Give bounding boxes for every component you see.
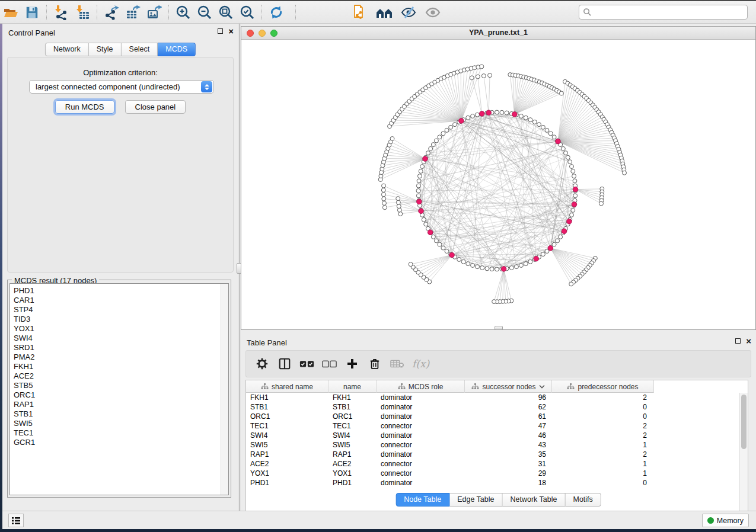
column-header-successor-nodes[interactable]: successor nodes — [465, 380, 552, 393]
network-node[interactable] — [570, 165, 574, 169]
save-session-button[interactable] — [23, 4, 41, 21]
network-leaf-node[interactable] — [488, 73, 492, 78]
network-leaf-node[interactable] — [397, 208, 401, 212]
mcds-dominator-node[interactable] — [512, 112, 518, 117]
network-node[interactable] — [422, 217, 426, 222]
network-node[interactable] — [537, 123, 541, 127]
show-columns-button[interactable] — [277, 356, 292, 371]
float-panel-icon[interactable] — [735, 338, 741, 344]
export-image-button[interactable] — [145, 4, 163, 21]
network-node[interactable] — [570, 213, 574, 217]
mcds-dominator-node[interactable] — [419, 209, 424, 214]
mcds-result-item[interactable]: RAP1 — [14, 400, 35, 409]
network-node[interactable] — [490, 267, 494, 271]
network-leaf-node[interactable] — [396, 200, 400, 204]
network-node[interactable] — [476, 113, 480, 117]
network-node[interactable] — [453, 123, 457, 127]
network-leaf-node[interactable] — [382, 197, 386, 201]
optimization-criterion-select[interactable]: largest connected component (undirected) — [29, 80, 214, 94]
network-leaf-node[interactable] — [623, 171, 627, 175]
network-leaf-node[interactable] — [396, 197, 400, 201]
network-node[interactable] — [476, 265, 480, 269]
mcds-result-item[interactable]: GCR1 — [14, 438, 35, 447]
tab-edge-table[interactable]: Edge Table — [449, 493, 502, 507]
mcds-dominator-node[interactable] — [479, 111, 484, 117]
mcds-dominator-node[interactable] — [534, 256, 539, 261]
network-node[interactable] — [431, 143, 435, 147]
table-row[interactable]: TEC1TEC1connector472 — [246, 421, 739, 431]
table-options-button[interactable] — [254, 356, 270, 371]
select-all-rows-button[interactable] — [299, 356, 315, 371]
network-node[interactable] — [461, 259, 465, 264]
mcds-result-item[interactable]: CAR1 — [14, 296, 35, 305]
memory-button[interactable]: Memory — [702, 514, 749, 527]
table-row[interactable]: SWI5SWI5connector431 — [246, 440, 739, 450]
network-node[interactable] — [416, 194, 420, 198]
mcds-result-item[interactable]: SWI5 — [14, 419, 35, 428]
network-node[interactable] — [505, 111, 509, 115]
delete-column-button[interactable] — [367, 356, 382, 371]
network-node[interactable] — [548, 132, 553, 136]
mcds-dominator-node[interactable] — [567, 219, 572, 224]
network-leaf-node[interactable] — [409, 262, 413, 267]
mcds-result-item[interactable]: ORC1 — [14, 390, 35, 400]
mcds-dominator-node[interactable] — [562, 229, 567, 234]
network-window-titlebar[interactable]: YPA_prune.txt_1 — [241, 27, 755, 40]
zoom-in-button[interactable] — [174, 4, 192, 21]
network-node[interactable] — [552, 135, 556, 139]
network-leaf-node[interactable] — [382, 201, 387, 205]
network-node[interactable] — [438, 242, 442, 246]
network-node[interactable] — [417, 179, 421, 183]
network-node[interactable] — [541, 125, 545, 129]
mcds-dominator-node[interactable] — [428, 230, 433, 235]
show-all-button[interactable] — [424, 4, 442, 21]
table-scrollbar[interactable] — [739, 393, 748, 528]
network-node[interactable] — [417, 174, 422, 178]
tab-select[interactable]: Select — [122, 43, 158, 56]
network-node[interactable] — [431, 235, 435, 239]
network-leaf-node[interactable] — [569, 282, 573, 286]
network-node[interactable] — [566, 155, 570, 159]
network-node[interactable] — [552, 242, 556, 246]
zoom-selected-button[interactable] — [238, 4, 256, 21]
refresh-button[interactable] — [267, 4, 285, 21]
mcds-result-item[interactable]: PHD1 — [14, 286, 35, 296]
horizontal-splitter-handle[interactable] — [495, 326, 503, 330]
network-node[interactable] — [495, 267, 499, 271]
hide-selected-button[interactable] — [400, 4, 417, 21]
network-node[interactable] — [485, 267, 489, 271]
network-node[interactable] — [524, 116, 528, 120]
network-node[interactable] — [532, 120, 537, 124]
zoom-out-button[interactable] — [196, 4, 213, 21]
tab-network-table[interactable]: Network Table — [503, 493, 566, 507]
network-node[interactable] — [564, 151, 568, 155]
network-node[interactable] — [571, 208, 575, 212]
table-row[interactable]: STB1STB1dominator620 — [246, 402, 739, 412]
float-panel-icon[interactable] — [218, 28, 223, 34]
network-node[interactable] — [466, 262, 470, 266]
mcds-result-item[interactable]: FKH1 — [14, 362, 35, 371]
list-scrollbar[interactable] — [221, 284, 228, 495]
network-node[interactable] — [466, 116, 470, 120]
network-node[interactable] — [429, 146, 433, 150]
close-panel-button[interactable]: Close panel — [125, 100, 186, 114]
network-node[interactable] — [509, 266, 513, 270]
network-node[interactable] — [519, 114, 523, 118]
network-node[interactable] — [420, 165, 425, 169]
network-node[interactable] — [480, 266, 484, 270]
mcds-result-list[interactable]: PHD1CAR1STP4TID3YOX1SWI4SRD1PMA2FKH1ACE2… — [9, 283, 229, 495]
scrollbar-thumb[interactable] — [741, 395, 747, 449]
table-row[interactable]: SWI4SWI4dominator462 — [246, 431, 739, 440]
network-node[interactable] — [445, 249, 449, 254]
toolbar-search[interactable] — [579, 5, 748, 20]
network-node[interactable] — [416, 188, 420, 193]
import-table-button[interactable] — [74, 4, 91, 21]
mcds-dominator-node[interactable] — [556, 139, 561, 144]
column-header-name[interactable]: name — [328, 380, 377, 393]
open-session-button[interactable] — [2, 4, 20, 21]
close-panel-icon[interactable]: × — [228, 28, 234, 34]
network-node[interactable] — [528, 118, 532, 122]
tab-motifs[interactable]: Motifs — [565, 493, 601, 507]
mcds-dominator-node[interactable] — [459, 118, 464, 124]
network-node[interactable] — [441, 132, 445, 136]
